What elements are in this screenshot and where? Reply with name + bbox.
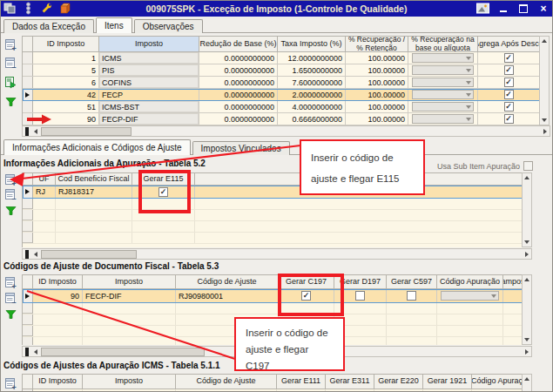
column-header[interactable]: Taxa Imposto (%)	[278, 36, 346, 51]
pane-splitter-handle[interactable]	[25, 127, 29, 136]
tab-0[interactable]: Dados da Exceção	[3, 19, 94, 33]
column-header[interactable]: Cod Beneficio Fiscal	[56, 172, 132, 185]
add-row-icon[interactable]: +	[4, 276, 17, 289]
package-icon[interactable]	[58, 2, 71, 15]
gerar-d197-checkbox[interactable]	[355, 291, 365, 301]
scroll-up-button[interactable]	[523, 375, 531, 383]
section-tab-0[interactable]: Informações Adicionais e Códigos de Ajus…	[3, 139, 191, 155]
horizontal-scroll-thumb[interactable]	[41, 250, 137, 259]
app-window-icon[interactable]	[3, 2, 17, 15]
horizontal-scroll-thumb[interactable]	[41, 127, 132, 136]
column-header[interactable]: Redução de Base (%)	[199, 36, 278, 51]
section-tab-1[interactable]: Impostos Vinculados	[192, 141, 290, 155]
delete-row-icon[interactable]: –	[4, 57, 17, 70]
scroll-right-button[interactable]	[522, 249, 531, 259]
table-row[interactable]: 42FECP0.00000000002.0000000000100.00000✓	[23, 89, 539, 101]
column-header[interactable]: Imposto	[83, 374, 176, 389]
scroll-up-button[interactable]	[523, 275, 531, 284]
recuperacao-base-dropdown[interactable]	[412, 90, 474, 99]
tab-1[interactable]: Itens	[96, 17, 132, 33]
scroll-left-button[interactable]	[30, 126, 40, 136]
cell-empty	[387, 314, 437, 325]
column-header[interactable]: Código Apuração	[437, 274, 503, 288]
table-row[interactable]: 1ICMS0.000000000012.0000000000100.00000✓	[23, 52, 539, 64]
column-header[interactable]: ID Imposto	[33, 36, 99, 51]
table-row[interactable]: 90FECP-DIFRJ90980001✓	[23, 289, 522, 303]
filter-icon[interactable]	[4, 95, 17, 108]
top-table-toolbar: +	[3, 37, 17, 51]
recuperacao-base-dropdown[interactable]	[412, 65, 474, 75]
column-header[interactable]: Campos (	[503, 274, 522, 288]
agrega-apos-desconto-checkbox[interactable]: ✓	[504, 65, 514, 75]
column-header[interactable]: UF	[33, 172, 56, 185]
codigo-apuracao-dropdown[interactable]	[441, 291, 500, 301]
usa-sub-item-checkbox[interactable]	[523, 161, 533, 171]
close-button[interactable]: ×	[537, 3, 550, 14]
column-header[interactable]: Gerar 1921	[423, 374, 472, 389]
cell-taxa: 7.6000000000	[278, 77, 346, 88]
column-header[interactable]: ID Imposto	[33, 374, 83, 389]
column-header[interactable]: Gerar E111	[277, 374, 326, 389]
table-row[interactable]: 51ICMS-BST0.00000000004.0000000000100.00…	[23, 101, 539, 113]
pane-splitter-handle[interactable]	[25, 348, 29, 356]
row-marker	[23, 210, 33, 220]
scroll-down-button[interactable]	[523, 238, 531, 247]
add-row-icon[interactable]: +	[4, 173, 17, 186]
picture-icon[interactable]	[476, 2, 489, 15]
filter-icon[interactable]	[4, 308, 17, 321]
scroll-down-button[interactable]	[540, 116, 549, 125]
cell-imposto: ICMS	[99, 52, 199, 64]
horizontal-scroll-thumb[interactable]	[41, 348, 205, 356]
agrega-apos-desconto-checkbox[interactable]: ✓	[504, 114, 514, 124]
table-row[interactable]: 90FECP-DIF0.00000000000.6666000000100.00…	[23, 113, 539, 125]
recuperacao-base-dropdown[interactable]	[412, 102, 474, 112]
scroll-up-icon	[524, 176, 529, 179]
cell-agrega: ✓	[478, 101, 539, 112]
column-header[interactable]: Imposto	[99, 36, 199, 51]
scroll-down-button[interactable]	[523, 335, 531, 344]
scroll-up-button[interactable]	[540, 37, 549, 45]
maximize-button[interactable]	[517, 3, 529, 14]
filter-icon[interactable]	[4, 204, 17, 217]
column-header[interactable]: Gerar C597	[387, 274, 437, 288]
table-row[interactable]: 6COFINS0.00000000007.6000000000100.00000…	[23, 77, 539, 89]
recuperacao-base-dropdown[interactable]	[412, 53, 474, 63]
column-header[interactable]: Gerar E311	[326, 374, 374, 389]
scroll-left-button[interactable]	[30, 249, 40, 259]
column-header[interactable]: Código Apuraç	[472, 374, 522, 389]
scroll-left-button[interactable]	[30, 347, 40, 356]
column-header[interactable]: Imposto	[83, 274, 176, 288]
states-icon[interactable]	[22, 2, 35, 15]
table-row[interactable]: RJRJ818317✓	[23, 186, 522, 199]
tools-icon[interactable]	[40, 2, 53, 15]
delete-row-icon[interactable]: –	[4, 188, 17, 201]
agrega-apos-desconto-checkbox[interactable]: ✓	[504, 102, 514, 112]
pane-splitter-handle[interactable]	[25, 250, 29, 259]
column-header[interactable]: Gerar E220	[374, 374, 423, 389]
row-marker	[23, 199, 33, 209]
delete-row-icon[interactable]: –	[4, 292, 17, 305]
column-header[interactable]: ID Imposto	[33, 274, 83, 288]
column-header[interactable]: % Recuperação /% Retenção	[346, 36, 408, 51]
agrega-apos-desconto-checkbox[interactable]: ✓	[504, 78, 514, 87]
column-header[interactable]: % Recuperação nabase ou alíquota	[408, 36, 478, 51]
copy-row-icon[interactable]	[4, 76, 17, 89]
recuperacao-base-dropdown[interactable]	[412, 114, 474, 124]
column-header[interactable]: Código de Ajuste	[176, 274, 279, 288]
cell-dropdown	[408, 64, 478, 76]
column-header[interactable]: Código de Ajuste	[176, 374, 277, 389]
add-row-icon[interactable]: +	[4, 377, 17, 390]
recuperacao-base-dropdown[interactable]	[412, 78, 474, 87]
add-row-icon[interactable]: +	[4, 38, 17, 51]
agrega-apos-desconto-checkbox[interactable]: ✓	[504, 53, 514, 63]
agrega-apos-desconto-checkbox[interactable]: ✓	[504, 90, 514, 99]
column-header[interactable]: Agrega Após Desco	[478, 36, 539, 51]
table53-vertical-scrollbar	[522, 274, 532, 345]
scroll-up-button[interactable]	[523, 173, 531, 182]
tab-2[interactable]: Observações	[134, 19, 203, 33]
gerar-c597-checkbox[interactable]	[407, 291, 416, 301]
scroll-right-button[interactable]	[522, 347, 531, 356]
table-row[interactable]: 5PIS0.00000000001.6500000000100.00000✓	[23, 64, 539, 77]
minimize-button[interactable]	[497, 3, 509, 14]
scroll-right-button[interactable]	[540, 126, 550, 136]
